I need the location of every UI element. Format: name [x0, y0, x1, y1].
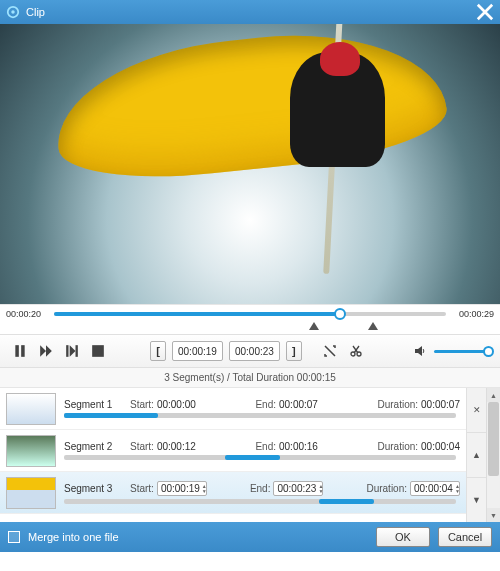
segment-start-value: 00:00:00: [157, 399, 196, 410]
step-down-icon[interactable]: ▼: [318, 489, 323, 494]
volume-slider[interactable]: [434, 350, 490, 353]
segment-row[interactable]: Segment 2Start: 00:00:12End: 00:00:16Dur…: [0, 430, 466, 472]
segment-duration-label: Duration:: [377, 399, 418, 410]
segment-duration-value: 00:00:07: [421, 399, 460, 410]
ok-button[interactable]: OK: [376, 527, 430, 547]
segment-range-bar[interactable]: [64, 499, 456, 504]
cancel-button[interactable]: Cancel: [438, 527, 492, 547]
move-up-button[interactable]: ▲: [467, 433, 486, 478]
footer: Merge into one file OK Cancel: [0, 522, 500, 552]
merge-checkbox[interactable]: [8, 531, 20, 543]
range-markers: [54, 322, 446, 334]
segments-summary: 3 Segment(s) / Total Duration 00:00:15: [0, 368, 500, 388]
segment-row[interactable]: Segment 1Start: 00:00:00End: 00:00:07Dur…: [0, 388, 466, 430]
svg-point-1: [11, 10, 15, 14]
segment-start-label: Start:: [130, 399, 154, 410]
volume-icon[interactable]: [410, 341, 430, 361]
current-time: 00:00:20: [6, 309, 50, 319]
fast-forward-button[interactable]: [36, 341, 56, 361]
stop-button[interactable]: [88, 341, 108, 361]
segment-thumbnail: [6, 393, 56, 425]
svg-rect-3: [21, 345, 25, 357]
set-end-button[interactable]: ]: [286, 341, 302, 361]
marker-end[interactable]: [368, 322, 378, 330]
cut-button[interactable]: [346, 341, 366, 361]
app-icon: [6, 5, 20, 19]
segment-end-input[interactable]: 00:00:23▲▼: [273, 481, 323, 496]
segments-panel: Segment 1Start: 00:00:00End: 00:00:07Dur…: [0, 388, 500, 522]
segment-start-value: 00:00:12: [157, 441, 196, 452]
step-down-icon[interactable]: ▼: [455, 489, 460, 494]
volume-control: [410, 341, 490, 361]
set-start-button[interactable]: [: [150, 341, 166, 361]
segment-start-input[interactable]: 00:00:19▲▼: [157, 481, 207, 496]
segment-start-label: Start:: [130, 441, 154, 452]
segment-end-label: End:: [250, 483, 271, 494]
step-down-icon[interactable]: ▼: [202, 489, 207, 494]
pause-button[interactable]: [10, 341, 30, 361]
svg-rect-2: [15, 345, 19, 357]
clip-start-time[interactable]: 00:00:19: [172, 341, 223, 361]
video-preview: [0, 24, 500, 304]
segment-end-label: End:: [255, 441, 276, 452]
segment-thumbnail: [6, 435, 56, 467]
timeline-thumb[interactable]: [334, 308, 346, 320]
merge-label: Merge into one file: [28, 531, 119, 543]
segment-end-value: 00:00:16: [279, 441, 318, 452]
segment-name: Segment 2: [64, 441, 124, 452]
segment-duration-label: Duration:: [366, 483, 407, 494]
segment-duration-value: 00:00:04: [421, 441, 460, 452]
move-down-button[interactable]: ▼: [467, 478, 486, 522]
split-button[interactable]: [320, 341, 340, 361]
segment-range-bar[interactable]: [64, 413, 456, 418]
segment-duration-label: Duration:: [377, 441, 418, 452]
svg-rect-4: [66, 345, 68, 357]
segment-row[interactable]: Segment 3Start: 00:00:19▲▼End: 00:00:23▲…: [0, 472, 466, 514]
playback-controls: [ 00:00:19 00:00:23 ]: [0, 334, 500, 368]
timeline-track[interactable]: [54, 312, 446, 316]
segment-end-label: End:: [255, 399, 276, 410]
total-time: 00:00:29: [450, 309, 494, 319]
title-text: Clip: [26, 6, 476, 18]
clip-end-time[interactable]: 00:00:23: [229, 341, 280, 361]
title-bar: Clip: [0, 0, 500, 24]
svg-rect-5: [76, 345, 78, 357]
scroll-down-button[interactable]: ▼: [487, 508, 500, 522]
marker-start[interactable]: [309, 322, 319, 330]
segment-end-value: 00:00:07: [279, 399, 318, 410]
close-button[interactable]: [476, 3, 494, 21]
segment-name: Segment 3: [64, 483, 124, 494]
timeline: 00:00:20 00:00:29: [0, 304, 500, 322]
segment-start-label: Start:: [130, 483, 154, 494]
segment-name: Segment 1: [64, 399, 124, 410]
delete-segment-button[interactable]: ✕: [467, 388, 486, 433]
segments-scrollbar[interactable]: ▲ ▼: [486, 388, 500, 522]
segment-actions: ✕ ▲ ▼: [466, 388, 486, 522]
segment-thumbnail: [6, 477, 56, 509]
segment-duration-input[interactable]: 00:00:04▲▼: [410, 481, 460, 496]
svg-rect-6: [92, 345, 104, 357]
segment-range-bar[interactable]: [64, 455, 456, 460]
scroll-thumb[interactable]: [488, 402, 499, 476]
scroll-up-button[interactable]: ▲: [487, 388, 500, 402]
next-frame-button[interactable]: [62, 341, 82, 361]
volume-thumb[interactable]: [483, 346, 494, 357]
